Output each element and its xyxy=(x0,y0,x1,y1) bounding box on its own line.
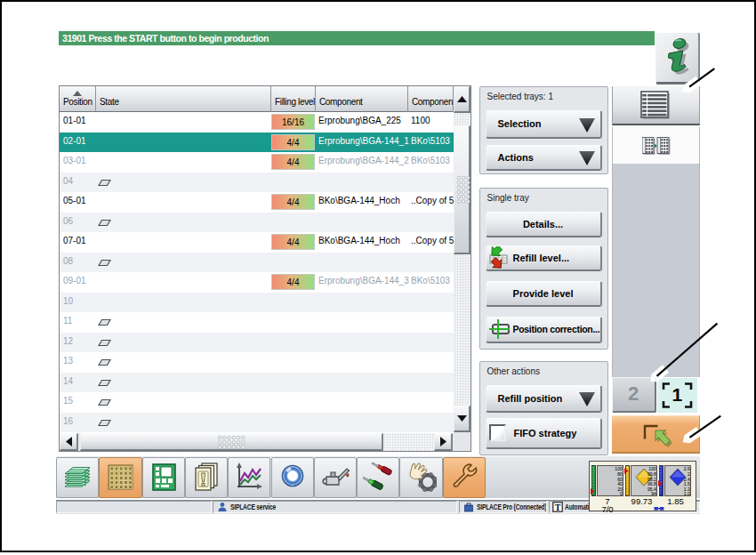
svg-text:1.0: 1.0 xyxy=(684,491,690,496)
svg-text:T: T xyxy=(555,503,561,512)
svg-text:0: 0 xyxy=(620,491,623,496)
svg-text:94: 94 xyxy=(651,491,656,496)
